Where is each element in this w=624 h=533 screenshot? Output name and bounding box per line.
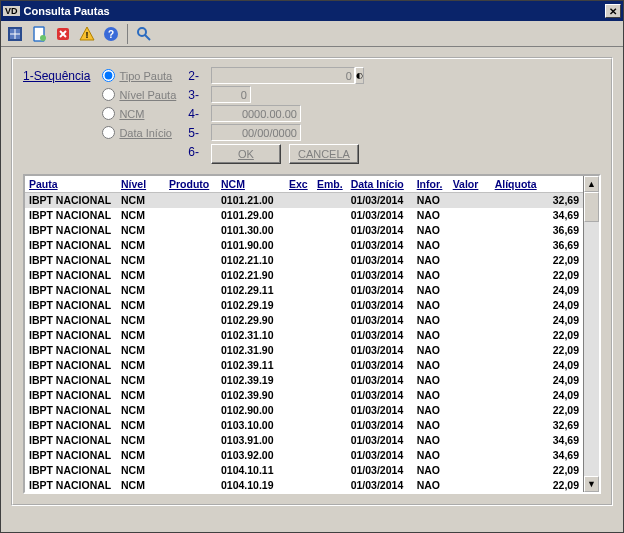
table-row[interactable]: IBPT NACIONALNCM0103.91.0001/03/2014NAO3… xyxy=(25,433,583,448)
cell: 0101.90.00 xyxy=(217,238,285,253)
table-row[interactable]: IBPT NACIONALNCM0102.31.1001/03/2014NAO2… xyxy=(25,328,583,343)
cell: NCM xyxy=(117,253,165,268)
document-icon[interactable] xyxy=(29,24,49,44)
cell: NAO xyxy=(413,208,449,223)
col-valor[interactable]: Valor xyxy=(449,176,491,193)
radio-nivel-pauta-input[interactable] xyxy=(102,88,115,101)
cell: 22,09 xyxy=(491,403,583,418)
col-produto[interactable]: Produto xyxy=(165,176,217,193)
table-row[interactable]: IBPT NACIONALNCM0103.92.0001/03/2014NAO3… xyxy=(25,448,583,463)
field-2-spinner[interactable]: ◐ xyxy=(211,67,251,84)
cell: 01/03/2014 xyxy=(347,358,413,373)
cell: 01/03/2014 xyxy=(347,238,413,253)
app-badge: VD xyxy=(3,6,20,16)
vertical-scrollbar[interactable]: ▲ ▼ xyxy=(583,176,599,492)
cell: IBPT NACIONAL xyxy=(25,328,117,343)
cell: 01/03/2014 xyxy=(347,283,413,298)
cell: IBPT NACIONAL xyxy=(25,373,117,388)
radio-tipo-pauta[interactable]: Tipo Pauta xyxy=(102,67,176,84)
scroll-thumb[interactable] xyxy=(584,192,599,222)
table-row[interactable]: IBPT NACIONALNCM0101.90.0001/03/2014NAO3… xyxy=(25,238,583,253)
cell: IBPT NACIONAL xyxy=(25,358,117,373)
cell: NAO xyxy=(413,388,449,403)
col-pauta[interactable]: Pauta xyxy=(25,176,117,193)
cell: IBPT NACIONAL xyxy=(25,403,117,418)
cell: NCM xyxy=(117,418,165,433)
field-2-input[interactable] xyxy=(211,67,355,84)
cell: NAO xyxy=(413,343,449,358)
field-5-input[interactable] xyxy=(211,124,301,141)
table-row[interactable]: IBPT NACIONALNCM0102.31.9001/03/2014NAO2… xyxy=(25,343,583,358)
cell: IBPT NACIONAL xyxy=(25,193,117,208)
cell: 0104.10.11 xyxy=(217,463,285,478)
col-nivel[interactable]: Nível xyxy=(117,176,165,193)
cell xyxy=(165,283,217,298)
field-3-input[interactable] xyxy=(211,86,251,103)
cell xyxy=(449,343,491,358)
radio-nivel-pauta[interactable]: Nível Pauta xyxy=(102,86,176,103)
radio-ncm-input[interactable] xyxy=(102,107,115,120)
cell xyxy=(285,328,313,343)
cell: 22,09 xyxy=(491,343,583,358)
cell xyxy=(165,403,217,418)
table-row[interactable]: IBPT NACIONALNCM0101.21.0001/03/2014NAO3… xyxy=(25,193,583,208)
cell xyxy=(165,463,217,478)
table-row[interactable]: IBPT NACIONALNCM0102.29.9001/03/2014NAO2… xyxy=(25,313,583,328)
table-row[interactable]: IBPT NACIONALNCM0102.90.0001/03/2014NAO2… xyxy=(25,403,583,418)
table-row[interactable]: IBPT NACIONALNCM0102.39.1101/03/2014NAO2… xyxy=(25,358,583,373)
scroll-down-arrow-icon[interactable]: ▼ xyxy=(584,476,599,492)
cell: 01/03/2014 xyxy=(347,193,413,208)
delete-icon[interactable] xyxy=(53,24,73,44)
cell xyxy=(285,193,313,208)
close-button[interactable]: ✕ xyxy=(605,4,621,18)
cell xyxy=(449,478,491,493)
titlebar[interactable]: VD Consulta Pautas ✕ xyxy=(1,1,623,21)
spinner-button[interactable]: ◐ xyxy=(355,67,364,84)
data-grid: Pauta Nível Produto NCM Exc Emb. Data In… xyxy=(23,174,601,494)
table-row[interactable]: IBPT NACIONALNCM0101.30.0001/03/2014NAO3… xyxy=(25,223,583,238)
grid-icon[interactable] xyxy=(5,24,25,44)
warning-icon[interactable]: ! xyxy=(77,24,97,44)
table-row[interactable]: IBPT NACIONALNCM0102.39.1901/03/2014NAO2… xyxy=(25,373,583,388)
ok-button[interactable]: OK xyxy=(211,144,281,164)
col-emb[interactable]: Emb. xyxy=(313,176,347,193)
cell: 24,09 xyxy=(491,358,583,373)
table-row[interactable]: IBPT NACIONALNCM0101.29.0001/03/2014NAO3… xyxy=(25,208,583,223)
radio-data-inicio[interactable]: Data Início xyxy=(102,124,176,141)
cell xyxy=(285,208,313,223)
scroll-track[interactable] xyxy=(584,192,599,476)
field-4-input[interactable] xyxy=(211,105,301,122)
scroll-up-arrow-icon[interactable]: ▲ xyxy=(584,176,599,192)
cancela-button[interactable]: CANCELA xyxy=(289,144,359,164)
radio-ncm[interactable]: NCM xyxy=(102,105,176,122)
table-row[interactable]: IBPT NACIONALNCM0102.29.1901/03/2014NAO2… xyxy=(25,298,583,313)
table-row[interactable]: IBPT NACIONALNCM0102.29.1101/03/2014NAO2… xyxy=(25,283,583,298)
col-ncm[interactable]: NCM xyxy=(217,176,285,193)
table-row[interactable]: IBPT NACIONALNCM0104.10.1101/03/2014NAO2… xyxy=(25,463,583,478)
col-aliquota[interactable]: Alíquota xyxy=(491,176,583,193)
col-exc[interactable]: Exc xyxy=(285,176,313,193)
col-infor[interactable]: Infor. xyxy=(413,176,449,193)
cell xyxy=(449,208,491,223)
cell xyxy=(313,253,347,268)
search-icon[interactable] xyxy=(134,24,154,44)
table-row[interactable]: IBPT NACIONALNCM0102.21.9001/03/2014NAO2… xyxy=(25,268,583,283)
cell xyxy=(313,373,347,388)
cell: NCM xyxy=(117,328,165,343)
table-row[interactable]: IBPT NACIONALNCM0104.10.1901/03/2014NAO2… xyxy=(25,478,583,493)
cell xyxy=(165,193,217,208)
radio-tipo-pauta-input[interactable] xyxy=(102,69,115,82)
grid-viewport[interactable]: Pauta Nível Produto NCM Exc Emb. Data In… xyxy=(25,176,583,492)
radio-data-inicio-input[interactable] xyxy=(102,126,115,139)
cell: 01/03/2014 xyxy=(347,328,413,343)
cell: NCM xyxy=(117,388,165,403)
cell xyxy=(313,328,347,343)
col-data-inicio[interactable]: Data Início xyxy=(347,176,413,193)
help-icon[interactable]: ? xyxy=(101,24,121,44)
cell: 22,09 xyxy=(491,328,583,343)
table-row[interactable]: IBPT NACIONALNCM0102.39.9001/03/2014NAO2… xyxy=(25,388,583,403)
cell: 0102.21.10 xyxy=(217,253,285,268)
cell: 24,09 xyxy=(491,298,583,313)
table-row[interactable]: IBPT NACIONALNCM0102.21.1001/03/2014NAO2… xyxy=(25,253,583,268)
table-row[interactable]: IBPT NACIONALNCM0103.10.0001/03/2014NAO3… xyxy=(25,418,583,433)
